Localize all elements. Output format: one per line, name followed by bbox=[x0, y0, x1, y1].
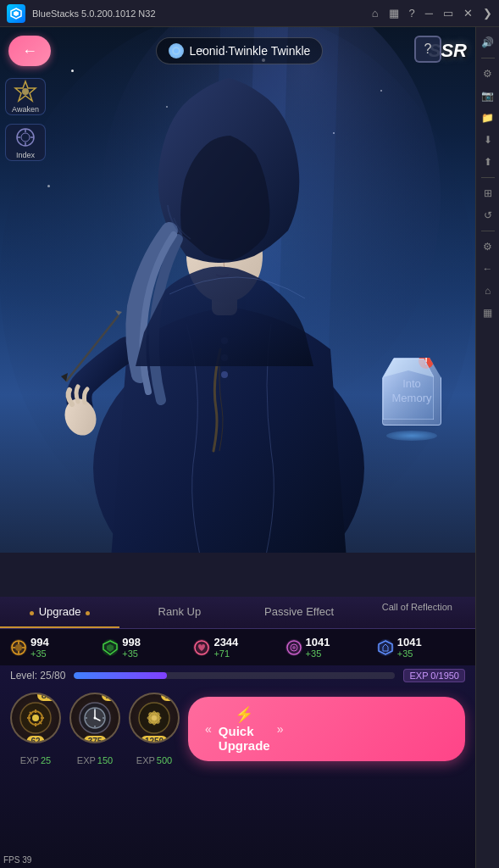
app-title: BlueStacks 5.0.200.1012 N32 bbox=[32, 8, 156, 19]
fps-counter: FPS 39 bbox=[3, 855, 31, 865]
into-memory-text: IntoMemory bbox=[392, 377, 432, 406]
bottom-panel: Upgrade Rank Up Passive Effect Call of R… bbox=[0, 597, 475, 868]
defense-values: 998 +35 bbox=[122, 636, 141, 659]
sidebar-folder-icon[interactable]: 📁 bbox=[480, 109, 496, 126]
left-panel: Awaken Index bbox=[5, 78, 46, 161]
svg-point-45 bbox=[32, 715, 39, 721]
quick-upgrade-content: ⚡ QuickUpgrade bbox=[219, 705, 270, 753]
help-button[interactable]: ? bbox=[414, 36, 441, 63]
sidebar-gear-icon[interactable]: ⚙ bbox=[480, 238, 496, 255]
into-memory-crystal: ! IntoMemory bbox=[382, 358, 441, 426]
upgrade-item-1-exp-row: EXP 25 bbox=[20, 755, 51, 765]
lightning-icon: ⚡ bbox=[235, 705, 253, 724]
quick-upgrade-next-icon: » bbox=[277, 722, 284, 736]
tab-passive-effect[interactable]: Passive Effect bbox=[240, 597, 359, 628]
upgrade-item-3-circle: 15 1250 bbox=[129, 693, 180, 743]
exp-label-2: EXP bbox=[77, 755, 96, 765]
sidebar-back-icon[interactable]: ← bbox=[480, 260, 496, 277]
stat4-bonus: +35 bbox=[306, 648, 330, 659]
sidebar-photo-icon[interactable]: 📷 bbox=[480, 87, 496, 104]
attack-value: 994 bbox=[30, 636, 49, 648]
back-button[interactable]: ← bbox=[8, 36, 51, 66]
defense-value: 998 bbox=[122, 636, 141, 648]
top-navigation: ← Leonid·Twinkle Twinkle SSR bbox=[8, 36, 467, 66]
upgrade-item-3[interactable]: 15 1250 EXP 500 bbox=[129, 693, 180, 765]
svg-marker-1 bbox=[14, 11, 19, 16]
tab-dot-upgrade bbox=[30, 611, 34, 615]
level-progress-bar bbox=[74, 672, 395, 679]
tab-rank-up[interactable]: Rank Up bbox=[119, 597, 239, 628]
exp-badge: EXP 0/1950 bbox=[403, 669, 465, 682]
awaken-label: Awaken bbox=[12, 105, 39, 114]
character-title-bar: Leonid·Twinkle Twinkle bbox=[156, 37, 323, 64]
upgrade-item-1[interactable]: 858 62 EXP 25 bbox=[10, 693, 61, 765]
grid-icon[interactable]: ▦ bbox=[389, 7, 399, 19]
svg-point-41 bbox=[292, 646, 296, 649]
svg-point-21 bbox=[21, 133, 30, 142]
exp-label-3: EXP bbox=[136, 755, 155, 765]
awaken-icon-bg: Awaken bbox=[5, 78, 46, 115]
sidebar-stack-icon[interactable]: ⊞ bbox=[480, 185, 496, 202]
upgrade-items-row: 858 62 EXP 25 bbox=[0, 687, 475, 771]
close-icon[interactable]: ✕ bbox=[463, 7, 473, 19]
home-icon[interactable]: ⌂ bbox=[372, 7, 379, 19]
sidebar-divider-1 bbox=[481, 58, 495, 58]
sidebar-home-icon[interactable]: ⌂ bbox=[480, 282, 496, 299]
sidebar-refresh-icon[interactable]: ↺ bbox=[480, 207, 496, 224]
sidebar-upload-icon[interactable]: ⬆ bbox=[480, 153, 496, 170]
upgrade-item-3-exp-row: EXP 500 bbox=[136, 755, 172, 765]
stat4-value: 1041 bbox=[306, 636, 330, 648]
sidebar-apps-icon[interactable]: ▦ bbox=[480, 304, 496, 321]
minimize-icon[interactable]: ─ bbox=[425, 7, 433, 19]
tab-rank-up-label: Rank Up bbox=[158, 605, 202, 618]
awaken-button[interactable]: Awaken bbox=[5, 78, 46, 115]
attack-values: 994 +35 bbox=[30, 636, 49, 659]
index-label: Index bbox=[16, 151, 35, 159]
svg-point-19 bbox=[22, 88, 29, 95]
upgrade-item-1-coin: 62 bbox=[26, 736, 44, 743]
sidebar-settings-icon[interactable]: ⚙ bbox=[480, 65, 496, 82]
tab-dot-upgrade-right bbox=[86, 611, 90, 615]
defense-bonus: +35 bbox=[122, 648, 141, 659]
svg-marker-37 bbox=[107, 644, 114, 652]
sidebar-toggle-icon[interactable]: ❯ bbox=[483, 7, 492, 19]
exp-label: EXP bbox=[409, 670, 428, 681]
topbar-left: BlueStacks 5.0.200.1012 N32 bbox=[7, 4, 156, 23]
stat5-icon bbox=[377, 639, 394, 656]
question-icon[interactable]: ? bbox=[409, 7, 415, 19]
svg-point-9 bbox=[221, 371, 228, 378]
sidebar-download-icon[interactable]: ⬇ bbox=[480, 131, 496, 148]
tab-passive-label: Passive Effect bbox=[264, 605, 334, 618]
restore-icon[interactable]: ▭ bbox=[443, 7, 453, 19]
sidebar-volume-icon[interactable]: 🔊 bbox=[480, 34, 496, 51]
quick-upgrade-prev-icon: « bbox=[205, 722, 212, 736]
exp-value: 0/1950 bbox=[430, 670, 459, 681]
tab-upgrade[interactable]: Upgrade bbox=[0, 597, 119, 628]
index-button[interactable]: Index bbox=[5, 124, 46, 161]
hp-bonus: +71 bbox=[213, 648, 238, 659]
svg-point-67 bbox=[152, 715, 157, 721]
upgrade-item-2[interactable]: 24 375 EXP 150 bbox=[69, 693, 120, 765]
index-icon-bg: Index bbox=[5, 124, 46, 161]
into-memory-button[interactable]: ! IntoMemory bbox=[374, 349, 450, 434]
stat-attack: 994 +35 bbox=[10, 636, 98, 659]
exp-value-3: 500 bbox=[157, 755, 172, 765]
svg-marker-42 bbox=[379, 641, 392, 654]
level-progress-fill bbox=[74, 672, 167, 679]
stat5-bonus: +35 bbox=[397, 648, 422, 659]
back-arrow-icon: ← bbox=[22, 42, 37, 60]
stat-defense: 998 +35 bbox=[102, 636, 190, 659]
defense-icon bbox=[102, 639, 119, 656]
tab-upgrade-label: Upgrade bbox=[39, 605, 81, 618]
bluestacks-topbar: BlueStacks 5.0.200.1012 N32 ⌂ ▦ ? ─ ▭ ✕ … bbox=[0, 0, 499, 27]
upgrade-item-2-coin: 375 bbox=[84, 736, 107, 743]
quick-upgrade-button[interactable]: « ⚡ QuickUpgrade » bbox=[188, 697, 465, 761]
element-icon bbox=[169, 43, 184, 58]
stat4-icon bbox=[286, 639, 302, 656]
topbar-controls: ⌂ ▦ ? ─ ▭ ✕ ❯ bbox=[372, 7, 492, 19]
quick-upgrade-label: QuickUpgrade bbox=[219, 724, 270, 753]
bluestacks-logo bbox=[7, 4, 25, 23]
upgrade-item-2-circle: 24 375 bbox=[69, 693, 120, 743]
tab-call-of-reflection[interactable]: Call of Reflection bbox=[359, 597, 475, 628]
upgrade-item-3-count: 15 bbox=[161, 693, 180, 701]
